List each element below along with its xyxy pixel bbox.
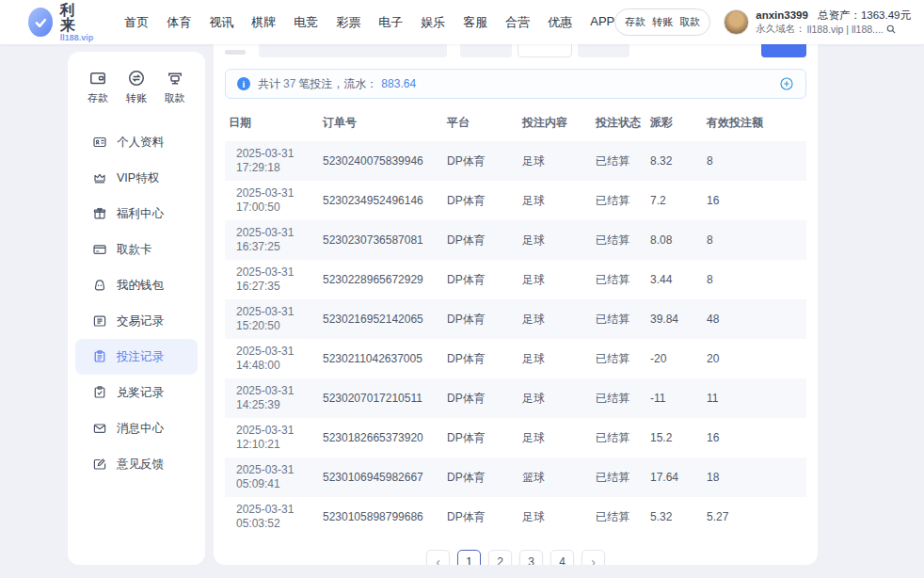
nav-item[interactable]: 体育 (167, 14, 191, 31)
column-header: 投注状态 (592, 103, 646, 141)
sidebar-item-welfare[interactable]: 福利中心 (68, 196, 205, 232)
cell-valid-amount: 16 (703, 181, 806, 220)
page-button[interactable]: 3 (519, 550, 543, 565)
cell-order: 5230211042637005 (319, 339, 443, 378)
cell-status: 已结算 (592, 260, 646, 299)
sidebar-item-transactions[interactable]: 交易记录 (68, 303, 205, 339)
cell-time: 12:10:21 (236, 438, 315, 452)
cell-status: 已结算 (592, 299, 646, 339)
top-header: 利 来 ll188.vip 首页体育视讯棋牌电竞彩票电子娱乐客服合营优惠APP … (0, 0, 924, 44)
cell-payout: 5.32 (646, 497, 703, 537)
sidebar-quick-withdraw[interactable]: 取款 (165, 69, 185, 105)
cell-content: 足球 (518, 299, 592, 339)
bank-card-icon (92, 242, 107, 257)
filter-tab[interactable] (518, 44, 571, 57)
gift-icon (92, 206, 107, 221)
sidebar-item-messages[interactable]: 消息中心 (68, 410, 205, 446)
column-header: 有效投注额 (703, 103, 806, 141)
nav-item[interactable]: 电竞 (294, 14, 318, 31)
wallet-quick-pill: 存款转账取款 (614, 8, 710, 36)
page-body: 存款 转账 取款 个人资料 VIP特权 福利中心 (0, 44, 924, 565)
pagination: ‹ 1234 › (225, 550, 806, 565)
cell-time: 17:00:50 (236, 201, 315, 215)
table-row: 2025-03-3114:25:39 5230207017210511 DP体育… (225, 378, 806, 418)
cell-status: 已结算 (592, 339, 646, 378)
nav-item[interactable]: 棋牌 (251, 14, 276, 31)
nav-item[interactable]: 合营 (505, 14, 530, 31)
page-button[interactable]: 4 (550, 550, 574, 565)
domain-label: 永久域名： (756, 23, 805, 36)
search-icon[interactable] (885, 24, 897, 35)
cell-date: 2025-03-31 (236, 503, 315, 517)
cell-order: 5230207017210511 (319, 378, 443, 418)
nav-item[interactable]: 彩票 (336, 14, 360, 31)
feedback-icon (92, 457, 107, 472)
table-row: 2025-03-3116:37:25 5230230736587081 DP体育… (225, 220, 806, 260)
sidebar-item-bet-records[interactable]: 投注记录 (75, 339, 198, 375)
next-page-button[interactable]: › (581, 550, 605, 565)
filter-bar (225, 44, 806, 57)
nav-item[interactable]: APP (590, 14, 614, 31)
nav-item[interactable]: 首页 (124, 14, 149, 31)
wallet-icon (92, 278, 107, 293)
sidebar-item-redeem-records[interactable]: 兑奖记录 (68, 375, 205, 410)
filter-date-range-input[interactable] (259, 44, 447, 57)
cell-content: 足球 (518, 418, 592, 458)
wallet-quick-action[interactable]: 存款 (625, 15, 645, 29)
filter-tab[interactable] (460, 44, 512, 57)
cell-payout: 3.44 (646, 260, 703, 299)
cell-platform: DP体育 (443, 260, 518, 299)
cell-date: 2025-03-31 (236, 345, 315, 359)
cell-valid-amount: 20 (703, 339, 806, 378)
wallet-quick-action[interactable]: 转账 (652, 15, 673, 29)
page-button[interactable]: 2 (488, 550, 512, 565)
sidebar: 存款 转账 取款 个人资料 VIP特权 福利中心 (68, 52, 205, 565)
avatar (724, 9, 749, 35)
sidebar-item-profile[interactable]: 个人资料 (68, 124, 205, 160)
sidebar-quick-transfer[interactable]: 转账 (126, 69, 147, 105)
info-icon: i (237, 77, 250, 90)
nav-item[interactable]: 娱乐 (421, 14, 445, 31)
cell-status: 已结算 (592, 141, 646, 181)
cell-content: 篮球 (518, 458, 592, 497)
user-account[interactable]: anxin3399总资产：1363.49元 永久域名：ll188.vip | l… (724, 8, 911, 36)
wallet-quick-action[interactable]: 取款 (679, 15, 700, 29)
logo[interactable]: 利 来 ll188.vip (28, 3, 100, 42)
cell-time: 14:25:39 (236, 398, 315, 412)
cell-date: 2025-03-31 (236, 147, 315, 161)
nav-item[interactable]: 视讯 (209, 14, 233, 31)
cell-status: 已结算 (592, 220, 646, 260)
cell-order: 5230105898799686 (319, 497, 443, 537)
cell-platform: DP体育 (443, 220, 518, 260)
sidebar-item-feedback[interactable]: 意见反馈 (68, 446, 205, 482)
logo-domain: ll188.vip (60, 33, 101, 42)
prev-page-button[interactable]: ‹ (426, 550, 450, 565)
cell-date: 2025-03-31 (236, 463, 315, 477)
cell-valid-amount: 18 (703, 458, 806, 497)
nav-item[interactable]: 客服 (463, 14, 487, 31)
cell-date: 2025-03-31 (236, 265, 315, 280)
sidebar-item-vip[interactable]: VIP特权 (68, 160, 205, 196)
message-icon (92, 421, 107, 436)
cell-valid-amount: 8 (703, 260, 806, 299)
cell-platform: DP体育 (443, 418, 518, 458)
nav-item[interactable]: 优惠 (548, 14, 572, 31)
sidebar-item-withdraw-card[interactable]: 取款卡 (68, 232, 205, 267)
plus-circle-icon[interactable] (779, 76, 794, 91)
sidebar-quick-deposit[interactable]: 存款 (88, 69, 108, 105)
cell-time: 05:09:41 (236, 477, 315, 491)
column-header: 投注内容 (518, 103, 592, 141)
filter-tab[interactable] (578, 44, 629, 57)
cell-valid-amount: 8 (703, 141, 806, 181)
cell-content: 足球 (518, 497, 592, 537)
cell-valid-amount: 8 (703, 220, 806, 260)
filter-search-button[interactable] (761, 44, 806, 57)
table-row: 2025-03-3112:10:21 5230182665373920 DP体育… (225, 418, 806, 458)
nav-item[interactable]: 电子 (378, 14, 403, 31)
page-button[interactable]: 1 (457, 550, 481, 565)
sidebar-quick-actions: 存款 转账 取款 (68, 63, 205, 113)
domain-value: ll188.vip | ll188.... (807, 24, 884, 35)
table-row: 2025-03-3116:27:35 5230228965672929 DP体育… (225, 260, 806, 299)
cell-status: 已结算 (592, 458, 646, 497)
sidebar-item-wallet[interactable]: 我的钱包 (68, 267, 205, 303)
